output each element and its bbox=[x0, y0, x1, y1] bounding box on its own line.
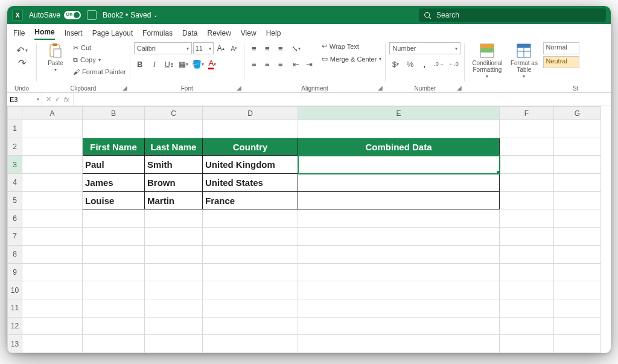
cell[interactable] bbox=[500, 281, 554, 299]
col-header-C[interactable]: C bbox=[145, 107, 203, 120]
formula-input[interactable] bbox=[74, 93, 611, 106]
tab-formulas[interactable]: Formulas bbox=[142, 29, 173, 40]
redo-button[interactable]: ↷ bbox=[18, 57, 26, 69]
cell[interactable] bbox=[22, 138, 83, 156]
filename-dropdown[interactable]: Book2 • Saved ⌄ bbox=[103, 11, 158, 19]
cell[interactable] bbox=[83, 317, 145, 335]
cell[interactable] bbox=[500, 156, 554, 174]
cell[interactable] bbox=[554, 317, 601, 335]
tab-page-layout[interactable]: Page Layout bbox=[92, 29, 133, 40]
tab-file[interactable]: File bbox=[13, 29, 25, 40]
copy-button[interactable]: ⧉Copy▾ bbox=[73, 54, 126, 65]
cell[interactable] bbox=[203, 228, 298, 246]
col-header-D[interactable]: D bbox=[203, 107, 298, 120]
cell[interactable] bbox=[554, 174, 601, 192]
increase-font-button[interactable]: A▴ bbox=[215, 42, 227, 54]
cell[interactable] bbox=[500, 191, 554, 209]
row-header[interactable]: 10 bbox=[8, 281, 22, 299]
cell[interactable] bbox=[298, 335, 500, 353]
bold-button[interactable]: B bbox=[134, 58, 146, 70]
cell-last-name[interactable]: Brown bbox=[145, 174, 203, 192]
row-header[interactable]: 12 bbox=[8, 317, 22, 335]
undo-button[interactable]: ↶▾ bbox=[16, 45, 28, 56]
cell[interactable] bbox=[500, 299, 554, 317]
tab-view[interactable]: View bbox=[241, 29, 256, 40]
table-header-combined[interactable]: Combined Data bbox=[298, 138, 500, 156]
align-center-button[interactable]: ≡ bbox=[261, 58, 273, 70]
cancel-formula-icon[interactable]: ✕ bbox=[46, 95, 51, 103]
cell[interactable] bbox=[554, 335, 601, 353]
tab-help[interactable]: Help bbox=[266, 29, 281, 40]
row-header[interactable]: 2 bbox=[8, 138, 22, 156]
cell-first-name[interactable]: Louise bbox=[83, 191, 145, 209]
cell[interactable] bbox=[145, 299, 203, 317]
tab-insert[interactable]: Insert bbox=[65, 29, 83, 40]
align-right-button[interactable]: ≡ bbox=[275, 58, 287, 70]
format-painter-button[interactable]: 🖌Format Painter bbox=[73, 66, 126, 77]
enter-formula-icon[interactable]: ✓ bbox=[55, 95, 60, 103]
cell-country[interactable]: United Kingdom bbox=[203, 156, 298, 174]
number-format-select[interactable]: Number▾ bbox=[389, 42, 460, 54]
row-header[interactable]: 4 bbox=[8, 174, 22, 192]
cell[interactable] bbox=[554, 245, 601, 263]
col-header-A[interactable]: A bbox=[22, 107, 83, 120]
cell[interactable] bbox=[203, 281, 298, 299]
cell[interactable] bbox=[298, 317, 500, 335]
cell[interactable] bbox=[500, 317, 554, 335]
row-header[interactable]: 9 bbox=[8, 263, 22, 281]
table-header-country[interactable]: Country bbox=[203, 138, 298, 156]
decrease-decimal-button[interactable]: ←.0 bbox=[447, 58, 459, 70]
cell[interactable] bbox=[554, 138, 601, 156]
cell[interactable] bbox=[298, 263, 500, 281]
cell[interactable] bbox=[22, 191, 83, 209]
row-header[interactable]: 5 bbox=[8, 191, 22, 209]
cell[interactable] bbox=[298, 245, 500, 263]
cell-combined[interactable] bbox=[298, 174, 500, 192]
cell[interactable] bbox=[83, 120, 145, 138]
align-middle-button[interactable]: ≡ bbox=[261, 42, 273, 54]
cell[interactable] bbox=[554, 263, 601, 281]
fill-color-button[interactable]: 🪣▾ bbox=[192, 58, 204, 70]
cell[interactable] bbox=[554, 209, 601, 228]
cell[interactable] bbox=[83, 281, 145, 299]
accounting-format-button[interactable]: $▾ bbox=[389, 58, 401, 70]
increase-decimal-button[interactable]: .0→ bbox=[433, 58, 445, 70]
cell[interactable] bbox=[145, 281, 203, 299]
cut-button[interactable]: ✂Cut bbox=[73, 42, 126, 53]
cell-country[interactable]: France bbox=[203, 191, 298, 209]
border-button[interactable]: ▦▾ bbox=[177, 58, 190, 70]
row-header[interactable]: 1 bbox=[8, 120, 22, 138]
font-dialog-launcher[interactable]: ◢ bbox=[235, 84, 243, 91]
cell[interactable] bbox=[145, 317, 203, 335]
col-header-G[interactable]: G bbox=[554, 107, 601, 120]
cell[interactable] bbox=[203, 120, 298, 138]
cell[interactable] bbox=[145, 228, 203, 246]
align-bottom-button[interactable]: ≡ bbox=[275, 42, 287, 54]
cell[interactable] bbox=[83, 228, 145, 246]
cell[interactable] bbox=[83, 335, 145, 353]
row-header[interactable]: 3 bbox=[8, 156, 22, 174]
cell[interactable] bbox=[554, 120, 601, 138]
cell[interactable] bbox=[203, 299, 298, 317]
cell[interactable] bbox=[500, 335, 554, 353]
cell-last-name[interactable]: Martin bbox=[145, 191, 203, 209]
decrease-indent-button[interactable]: ⇤ bbox=[290, 58, 302, 70]
cell-first-name[interactable]: Paul bbox=[83, 156, 145, 174]
row-header[interactable]: 7 bbox=[8, 228, 22, 246]
cell[interactable] bbox=[203, 245, 298, 263]
cell-combined-selected[interactable] bbox=[298, 156, 500, 174]
number-dialog-launcher[interactable]: ◢ bbox=[456, 84, 463, 91]
cell[interactable] bbox=[554, 156, 601, 174]
cell[interactable] bbox=[298, 120, 500, 138]
row-header[interactable]: 8 bbox=[8, 245, 22, 263]
cell[interactable] bbox=[22, 245, 83, 263]
cell[interactable] bbox=[554, 228, 601, 246]
percent-format-button[interactable]: % bbox=[404, 58, 416, 70]
underline-button[interactable]: U▾ bbox=[163, 58, 175, 70]
conditional-formatting-button[interactable]: Conditional Formatting▾ bbox=[468, 42, 506, 79]
cell[interactable] bbox=[22, 263, 83, 281]
comma-format-button[interactable]: , bbox=[418, 58, 430, 70]
spreadsheet-grid[interactable]: A B C D E F G 1 2 First Name Last Name C… bbox=[7, 106, 611, 353]
tab-data[interactable]: Data bbox=[182, 29, 197, 40]
cell[interactable] bbox=[298, 299, 500, 317]
